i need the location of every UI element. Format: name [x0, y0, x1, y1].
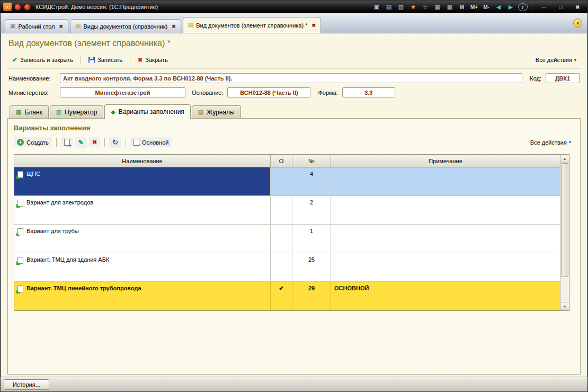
tab-journals[interactable]: ▤ Журналы: [192, 105, 241, 118]
save-icon[interactable]: ▣: [372, 3, 381, 12]
titlebar-round-button-2[interactable]: [24, 4, 31, 11]
tab-fill-variants[interactable]: ◆ Варианты заполнения: [104, 104, 191, 119]
form-command-bar: ✔ Записать и закрыть Записать ✖ Закрыть …: [7, 54, 581, 69]
cell-main-flag[interactable]: [271, 253, 292, 282]
check-icon: ✔: [12, 56, 17, 64]
memory-plus-button[interactable]: M+: [469, 3, 479, 12]
panel-title: Варианты заполнения: [14, 124, 575, 132]
tab-document-kind-element[interactable]: ▤ Вид документов (элемент справочника) *…: [183, 17, 321, 33]
cell-note[interactable]: [331, 167, 560, 196]
table-row[interactable]: Вариант. ТМЦ для здания АБК 25: [14, 253, 560, 282]
chevron-down-icon: ▾: [574, 58, 576, 63]
cell-main-flag[interactable]: [271, 225, 292, 253]
all-actions-label: Все действия: [530, 139, 567, 146]
form-number-input[interactable]: [342, 87, 395, 97]
history-button[interactable]: История...: [4, 379, 49, 390]
cell-note[interactable]: [331, 253, 560, 282]
window-tabbar: ▣ Рабочий стол ✖ ▤ Виды документов (спра…: [1, 13, 587, 33]
minimize-button[interactable]: ─: [537, 2, 551, 12]
cell-number[interactable]: 1: [292, 225, 331, 253]
edit-button[interactable]: ✎: [75, 137, 87, 148]
cell-name[interactable]: Вариант. ТМЦ линейного трубопровода: [14, 282, 271, 310]
scroll-up-button[interactable]: ▲: [560, 155, 569, 163]
catalog-icon: ▤: [75, 23, 81, 30]
calendar-icon[interactable]: ▦: [445, 3, 455, 12]
window-titlebar: 1С КСИДСтрой: Демо версия. (1С:Предприят…: [1, 1, 587, 13]
save-label: Записать: [97, 57, 122, 63]
cell-main-flag[interactable]: [271, 167, 292, 196]
memory-recall-button[interactable]: M: [457, 3, 467, 12]
name-input[interactable]: [60, 73, 522, 83]
code-input[interactable]: [546, 73, 580, 83]
form-all-actions-button[interactable]: Все действия ▾: [532, 56, 580, 64]
save-and-close-button[interactable]: ✔ Записать и закрыть: [8, 55, 77, 65]
info-icon[interactable]: i: [518, 3, 528, 11]
column-header-note[interactable]: Примечание: [331, 155, 560, 167]
save-button[interactable]: Записать: [85, 55, 126, 65]
list-all-actions-button[interactable]: Все действия ▾: [527, 138, 574, 147]
create-button[interactable]: + Создать: [14, 137, 52, 147]
ministry-input[interactable]: [60, 87, 185, 97]
maximize-button[interactable]: □: [554, 2, 568, 12]
cell-note[interactable]: [331, 225, 560, 253]
cell-name[interactable]: Вариант для трубы: [14, 225, 271, 253]
favorites-icon[interactable]: ★: [408, 3, 418, 12]
journals-icon: ▤: [198, 109, 203, 115]
refresh-button[interactable]: ↻: [109, 137, 121, 148]
table-row[interactable]: ЩПС 4: [14, 167, 560, 196]
tab-close-icon[interactable]: ✖: [311, 23, 316, 28]
table-row[interactable]: Вариант для электродов 2: [14, 196, 560, 225]
back-icon[interactable]: ◀: [494, 3, 503, 12]
print-icon[interactable]: ▤: [384, 3, 394, 12]
calculator-icon[interactable]: ▦: [433, 3, 442, 12]
fill-variants-table: Наименование О № Примечание ЩПС 4 Вариан…: [14, 154, 569, 311]
table-grid: Наименование О № Примечание ЩПС 4 Вариан…: [14, 155, 560, 310]
page-title: Вид документов (элемент справочника) *: [8, 39, 581, 48]
set-main-button[interactable]: Основной: [130, 137, 172, 147]
titlebar-round-button-1[interactable]: [14, 4, 21, 11]
column-header-name[interactable]: Наименование: [14, 155, 271, 167]
basis-input[interactable]: [227, 87, 310, 97]
cell-note[interactable]: [331, 196, 560, 225]
cell-number[interactable]: 2: [292, 196, 331, 225]
tab-close-icon[interactable]: ✖: [172, 24, 176, 29]
cell-main-flag[interactable]: ✔: [271, 282, 292, 310]
toolbar-separator: [130, 56, 130, 64]
tab-document-kinds-list[interactable]: ▤ Виды документов (справочник) ✖: [70, 19, 181, 33]
print-preview-icon[interactable]: ▥: [396, 3, 406, 12]
create-label: Создать: [26, 139, 49, 146]
app-icon[interactable]: 1С: [3, 3, 12, 11]
table-row-main-variant[interactable]: Вариант. ТМЦ линейного трубопровода ✔ 29…: [14, 282, 560, 310]
open-windows-dropdown[interactable]: ▾: [573, 19, 582, 28]
diskette-icon: [88, 57, 95, 63]
copy-icon: [64, 139, 70, 146]
close-button[interactable]: ✖: [571, 2, 585, 12]
cell-note[interactable]: ОСНОВНОЙ: [331, 282, 560, 310]
column-header-number[interactable]: №: [292, 155, 331, 167]
cell-number[interactable]: 25: [292, 253, 331, 282]
close-form-button[interactable]: ✖ Закрыть: [134, 55, 172, 65]
scrollbar-thumb[interactable]: [561, 163, 568, 277]
cell-number[interactable]: 29: [292, 282, 331, 310]
tab-numerator[interactable]: ▥ Нумератор: [50, 105, 104, 118]
vertical-scrollbar[interactable]: ▲ ▼: [560, 155, 569, 310]
cell-name[interactable]: Вариант для электродов: [14, 196, 271, 225]
tab-blank[interactable]: ▦ Бланк: [10, 105, 49, 118]
close-x-icon: ✖: [138, 57, 142, 64]
delete-button[interactable]: ✖: [89, 137, 100, 147]
tab-desktop[interactable]: ▣ Рабочий стол ✖: [5, 19, 68, 33]
memory-minus-button[interactable]: M-: [482, 3, 491, 12]
cell-name[interactable]: Вариант. ТМЦ для здания АБК: [14, 253, 271, 282]
plus-icon: +: [17, 139, 24, 146]
cell-number[interactable]: 4: [292, 167, 331, 196]
column-header-main-flag[interactable]: О: [271, 155, 292, 167]
forward-icon[interactable]: ▶: [506, 3, 515, 12]
cell-main-flag[interactable]: [271, 196, 292, 225]
scroll-down-button[interactable]: ▼: [560, 302, 569, 310]
settings-icon[interactable]: ☆: [421, 3, 430, 12]
cell-name[interactable]: ЩПС: [14, 167, 271, 196]
table-row[interactable]: Вариант для трубы 1: [14, 225, 560, 253]
copy-button[interactable]: [61, 137, 73, 147]
scrollbar-track[interactable]: [560, 163, 569, 302]
tab-close-icon[interactable]: ✖: [59, 24, 63, 29]
